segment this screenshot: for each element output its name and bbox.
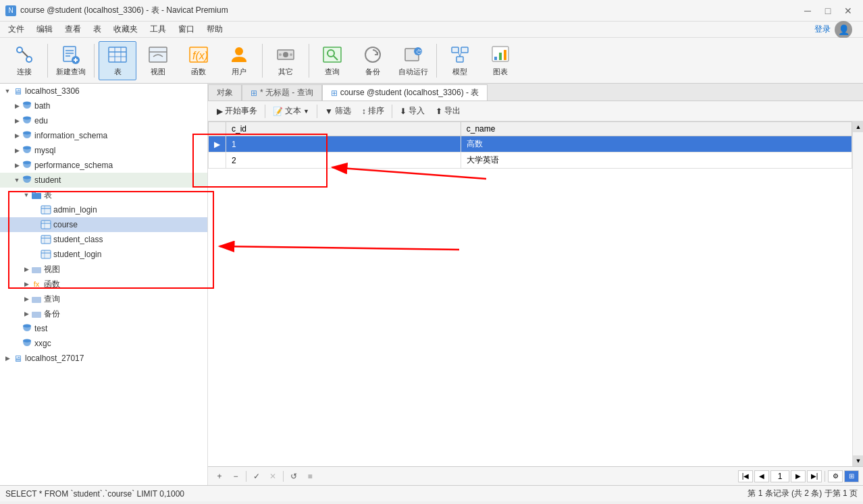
tab-table-view[interactable]: ⊞ course @student (localhost_3306) - 表: [322, 84, 488, 101]
tree-item-localhost-27017[interactable]: ▶ 🖥 localhost_27017: [0, 351, 207, 366]
save-record-btn[interactable]: ✓: [249, 470, 264, 483]
export-icon: ⬆: [436, 107, 442, 116]
toolbar-sep-1: [47, 44, 48, 78]
cell-c_id-2[interactable]: 2: [226, 152, 461, 169]
tree-item-queries-folder[interactable]: ▶ 查询: [0, 291, 207, 306]
toolbar-view[interactable]: 视图: [139, 41, 177, 80]
tree-item-tables-folder[interactable]: ▼ 表: [0, 188, 207, 202]
vertical-scrollbar[interactable]: ▲ ▼: [852, 121, 863, 466]
tree-item-xxgc[interactable]: xxgc: [0, 336, 207, 351]
menu-tools[interactable]: 工具: [145, 22, 172, 36]
tree-item-performance-schema[interactable]: ▶ performance_schema: [0, 158, 207, 173]
export-btn[interactable]: ⬆ 导出: [431, 103, 465, 119]
toolbar-user[interactable]: 用户: [220, 41, 258, 80]
stop-btn: ■: [303, 470, 317, 483]
menu-window[interactable]: 窗口: [173, 22, 200, 36]
menu-favorites[interactable]: 收藏夹: [108, 22, 143, 36]
connect-icon: [14, 44, 35, 65]
menu-help[interactable]: 帮助: [201, 22, 228, 36]
last-page-btn[interactable]: ▶|: [807, 470, 822, 482]
sidebar: ▼ 🖥 localhost_3306 ▶ bath ▶ edu: [0, 84, 208, 485]
svg-text:⏱: ⏱: [416, 49, 422, 55]
login-label[interactable]: 登录: [814, 24, 831, 35]
refresh-btn[interactable]: ↺: [286, 470, 301, 483]
tab-objects[interactable]: 对象: [208, 84, 242, 101]
toolbar-connect-label: 连接: [17, 67, 32, 77]
bottom-sep-3: [825, 471, 825, 482]
database-icon: [22, 338, 32, 349]
menu-edit[interactable]: 编辑: [31, 22, 58, 36]
tree-item-views-folder[interactable]: ▶ 视图: [0, 262, 207, 277]
tree-item-bath[interactable]: ▶ bath: [0, 99, 207, 113]
cell-c_name-2[interactable]: 大学英语: [461, 152, 852, 169]
tree-item-localhost-3306[interactable]: ▼ 🖥 localhost_3306: [0, 84, 207, 99]
cell-c_name-1[interactable]: 高数: [461, 136, 852, 152]
filter-btn[interactable]: ▼ 筛选: [320, 103, 356, 119]
col-c_id[interactable]: c_id: [226, 122, 461, 136]
database-icon: [22, 323, 32, 334]
svg-rect-52: [41, 206, 51, 214]
toolbar-model[interactable]: 模型: [441, 41, 479, 80]
toolbar-function[interactable]: f(x) 函数: [180, 41, 217, 80]
toolbar-other[interactable]: 其它: [267, 41, 305, 80]
sort-btn[interactable]: ↕ 排序: [357, 103, 389, 119]
menu-view[interactable]: 查看: [59, 22, 86, 36]
table-row[interactable]: ▶ 1 高数: [209, 136, 852, 152]
toolbar-backup[interactable]: 备份: [354, 41, 392, 80]
page-number-input[interactable]: [770, 470, 789, 482]
auto-run-icon: ⏱: [402, 44, 424, 65]
minimize-button[interactable]: ─: [798, 1, 817, 20]
grid-view-btn[interactable]: ⊞: [844, 470, 859, 482]
menu-table[interactable]: 表: [88, 22, 107, 36]
tree-item-mysql[interactable]: ▶ mysql: [0, 143, 207, 158]
bottom-sep-1: [246, 471, 246, 482]
toolbar-connect[interactable]: 连接: [5, 41, 43, 80]
toolbar-auto-run[interactable]: ⏱ 自动运行: [394, 41, 432, 80]
menu-file[interactable]: 文件: [3, 22, 30, 36]
tree-item-edu[interactable]: ▶ edu: [0, 113, 207, 128]
database-icon: [22, 160, 32, 171]
toolbar-new-query[interactable]: 新建查询: [52, 41, 90, 80]
add-record-btn[interactable]: +: [212, 470, 227, 483]
toolbar-table[interactable]: 表: [99, 41, 136, 80]
prev-page-btn[interactable]: ◀: [754, 470, 769, 482]
begin-transaction-btn[interactable]: ▶ 开始事务: [212, 103, 262, 119]
maximize-button[interactable]: □: [818, 1, 837, 20]
tab-query[interactable]: ⊞ * 无标题 - 查询: [242, 84, 322, 101]
menu-bar: 文件 编辑 查看 表 收藏夹 工具 窗口 帮助 登录 👤: [0, 22, 863, 38]
tree-item-course[interactable]: course: [0, 217, 207, 232]
database-icon: [22, 175, 32, 186]
tree-item-backups-folder[interactable]: ▶ 备份: [0, 306, 207, 321]
chevron-right-icon: ▶: [22, 296, 31, 302]
tree-item-student-class[interactable]: student_class: [0, 232, 207, 247]
delete-record-btn[interactable]: −: [228, 470, 243, 483]
text-btn[interactable]: 📝 文本 ▼: [268, 103, 314, 119]
tree-item-information-schema[interactable]: ▶ information_schema: [0, 128, 207, 143]
scroll-down-btn[interactable]: ▼: [853, 455, 863, 466]
scroll-up-btn[interactable]: ▲: [853, 121, 863, 132]
toolbar-chart[interactable]: 图表: [481, 41, 519, 80]
next-page-btn[interactable]: ▶: [791, 470, 806, 482]
table-icon: [41, 219, 51, 230]
tree-item-student[interactable]: ▼ student: [0, 173, 207, 188]
svg-point-23: [283, 52, 288, 57]
tree-item-functions-folder[interactable]: ▶ fx 函数: [0, 277, 207, 291]
pager-settings-btn[interactable]: ⚙: [828, 470, 843, 482]
first-page-btn[interactable]: |◀: [738, 470, 753, 482]
tree-item-admin-login[interactable]: admin_login: [0, 202, 207, 217]
chevron-right-icon: ▶: [3, 355, 12, 362]
tree-item-test[interactable]: test: [0, 321, 207, 336]
table-tab-icon: ⊞: [331, 88, 338, 98]
col-c_name[interactable]: c_name: [461, 122, 852, 136]
cell-c_id-1[interactable]: 1: [226, 136, 461, 152]
import-btn[interactable]: ⬇ 导入: [395, 103, 429, 119]
action-sep-2: [317, 105, 317, 118]
tree-item-student-login[interactable]: student_login: [0, 247, 207, 262]
svg-line-2: [22, 51, 28, 57]
user-avatar[interactable]: 👤: [835, 21, 852, 38]
svg-point-4: [27, 57, 31, 61]
close-button[interactable]: ✕: [839, 1, 858, 20]
table-row[interactable]: 2 大学英语: [209, 152, 852, 169]
toolbar-query[interactable]: 查询: [313, 41, 351, 80]
toolbar-query-label: 查询: [325, 67, 340, 77]
